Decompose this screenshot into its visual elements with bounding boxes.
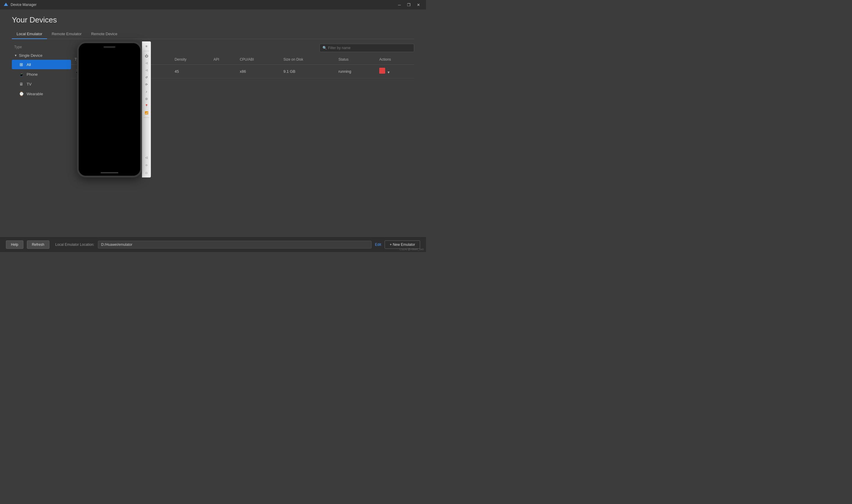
app-logo-icon — [3, 2, 8, 7]
emu-power-button[interactable]: ⏻ — [144, 53, 149, 59]
refresh-button[interactable]: Refresh — [27, 240, 49, 249]
emu-menu-button[interactable]: ≡ — [144, 43, 149, 49]
cell-density: 45 — [171, 65, 210, 78]
chevron-down-icon: ▼ — [14, 54, 17, 57]
content-area: Type ▼ Single Device ⊞ All 📱 Phone 🖥 TV … — [0, 39, 426, 252]
emu-divider-1 — [144, 51, 149, 51]
sidebar-item-all[interactable]: ⊞ All — [12, 60, 71, 69]
sidebar-section-single-device[interactable]: ▼ Single Device — [12, 52, 71, 59]
search-icon: 🔍 — [323, 46, 327, 50]
location-label: Local Emulator Location: — [55, 242, 94, 247]
emu-camera-button[interactable]: ◎ — [144, 95, 149, 102]
actions-dropdown-button[interactable]: ▾ — [386, 69, 391, 75]
watermark: CSDN @Aileen_0x0 — [399, 248, 424, 251]
help-button[interactable]: Help — [6, 240, 23, 249]
edit-path-link[interactable]: Edit — [375, 242, 381, 247]
emu-divider-2 — [144, 118, 149, 118]
phone-frame — [77, 41, 142, 178]
col-cpu: CPU/ABI — [236, 54, 280, 65]
cell-status: running — [335, 65, 376, 78]
close-button[interactable]: ✕ — [414, 1, 422, 8]
col-status: Status — [335, 54, 376, 65]
page-title: Your Devices — [12, 15, 414, 24]
cell-api — [210, 65, 236, 78]
bottom-bar: Help Refresh Local Emulator Location: Ed… — [0, 237, 426, 252]
window-controls: ─ ❐ ✕ — [395, 1, 422, 8]
minimize-button[interactable]: ─ — [395, 1, 403, 8]
emu-home-button[interactable]: ○ — [144, 162, 149, 168]
grid-icon: ⊞ — [19, 62, 24, 67]
maximize-button[interactable]: ❐ — [405, 1, 413, 8]
cell-actions: ▾ — [376, 65, 414, 78]
page-header: Your Devices Local Emulator Remote Emula… — [0, 10, 426, 39]
emulator-controls-panel: ≡ ⏻ ◁ ◁ ↺ ⟳ ♪ ◎ 📍 📶 ◁ ○ □ — [142, 41, 151, 178]
phone-home-indicator — [101, 172, 118, 173]
emu-location-button[interactable]: 📍 — [144, 103, 149, 109]
app-title: Device Manager — [11, 3, 36, 7]
tv-icon: 🖥 — [19, 82, 24, 86]
filter-input-wrap: 🔍 — [320, 44, 414, 52]
cell-size: 9.1 GB — [280, 65, 335, 78]
cell-cpu: x86 — [236, 65, 280, 78]
col-actions: Actions — [376, 54, 414, 65]
emu-vol-up-button[interactable]: ◁ — [144, 60, 149, 66]
sidebar-item-phone[interactable]: 📱 Phone — [12, 70, 71, 79]
phone-screen[interactable] — [79, 43, 140, 176]
sidebar-item-tv[interactable]: 🖥 TV — [12, 79, 71, 89]
svg-marker-0 — [4, 3, 8, 6]
emu-network-button[interactable]: 📶 — [144, 110, 149, 116]
sidebar-type-label: Type — [12, 44, 71, 52]
filter-input[interactable] — [320, 44, 414, 52]
stop-device-button[interactable] — [379, 68, 385, 74]
col-density: Density — [171, 54, 210, 65]
emulator-overlay: ≡ ⏻ ◁ ◁ ↺ ⟳ ♪ ◎ 📍 📶 ◁ ○ □ — [77, 41, 151, 178]
main-content: Your Devices Local Emulator Remote Emula… — [0, 10, 426, 252]
titlebar-left: Device Manager — [3, 2, 36, 7]
phone-icon: 📱 — [19, 72, 24, 77]
tab-bar: Local Emulator Remote Emulator Remote De… — [12, 29, 414, 39]
emu-refresh-button[interactable]: ⟳ — [144, 81, 149, 87]
emulator-path-input[interactable] — [98, 241, 371, 249]
tab-local-emulator[interactable]: Local Emulator — [12, 29, 47, 39]
phone-notch — [104, 46, 115, 48]
emu-vol-down-button[interactable]: ◁ — [144, 67, 149, 73]
watch-icon: ⌚ — [19, 91, 24, 96]
tab-remote-device[interactable]: Remote Device — [86, 29, 122, 39]
col-size: Size on Disk — [280, 54, 335, 65]
emu-nav-section: ◁ ○ □ — [144, 155, 149, 176]
sidebar: Type ▼ Single Device ⊞ All 📱 Phone 🖥 TV … — [12, 39, 71, 252]
emu-back-button[interactable]: ◁ — [144, 155, 149, 160]
sidebar-item-wearable[interactable]: ⌚ Wearable — [12, 89, 71, 98]
titlebar: Device Manager ─ ❐ ✕ — [0, 0, 426, 10]
new-emulator-button[interactable]: + New Emulator — [385, 240, 420, 249]
tab-remote-emulator[interactable]: Remote Emulator — [47, 29, 86, 39]
emu-audio-button[interactable]: ♪ — [144, 88, 149, 94]
emu-recent-button[interactable]: □ — [144, 170, 149, 176]
col-api: API — [210, 54, 236, 65]
emu-rotate-button[interactable]: ↺ — [144, 74, 149, 80]
